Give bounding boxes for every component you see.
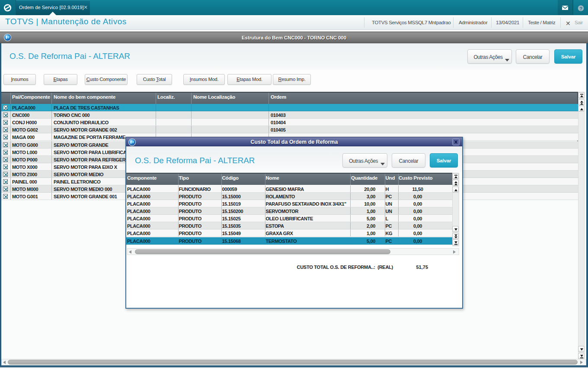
svg-text:?: ? (579, 6, 582, 11)
